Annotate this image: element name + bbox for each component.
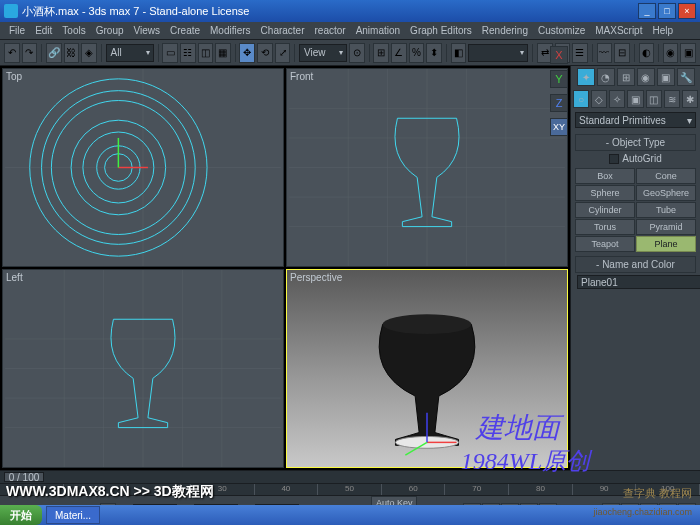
menu-tools[interactable]: Tools bbox=[57, 23, 90, 38]
create-tab[interactable]: ✦ bbox=[577, 68, 595, 86]
curve-editor-button[interactable]: 〰 bbox=[597, 43, 613, 63]
material-editor-button[interactable]: ◐ bbox=[639, 43, 655, 63]
viewport-top[interactable]: Top bbox=[2, 68, 284, 267]
ref-coord-combo[interactable]: View bbox=[299, 44, 347, 62]
spinner-snap-button[interactable]: ⬍ bbox=[426, 43, 442, 63]
viewport-front[interactable]: Front bbox=[286, 68, 568, 267]
spacewarps-button[interactable]: ≋ bbox=[664, 90, 680, 108]
geosphere-button[interactable]: GeoSphere bbox=[636, 185, 696, 201]
menu-maxscript[interactable]: MAXScript bbox=[590, 23, 647, 38]
menu-modifiers[interactable]: Modifiers bbox=[205, 23, 256, 38]
z-axis-button[interactable]: Z bbox=[550, 94, 568, 112]
menu-bar: File Edit Tools Group Views Create Modif… bbox=[0, 22, 700, 40]
render-scene-button[interactable]: ◉ bbox=[663, 43, 679, 63]
watermark-right: 查字典 教程网 bbox=[623, 486, 692, 501]
sphere-button[interactable]: Sphere bbox=[575, 185, 635, 201]
close-button[interactable]: × bbox=[678, 3, 696, 19]
utilities-tab[interactable]: 🔧 bbox=[677, 68, 695, 86]
systems-button[interactable]: ✱ bbox=[682, 90, 698, 108]
watermark-url: WWW.3DMAX8.CN >> 3D教程网 bbox=[6, 483, 214, 501]
menu-customize[interactable]: Customize bbox=[533, 23, 590, 38]
object-type-rollout[interactable]: - Object Type bbox=[575, 134, 696, 151]
svg-point-30 bbox=[383, 314, 472, 334]
link-button[interactable]: 🔗 bbox=[46, 43, 62, 63]
autogrid-label: AutoGrid bbox=[622, 153, 661, 164]
name-color-rollout[interactable]: - Name and Color bbox=[575, 256, 696, 273]
box-button[interactable]: Box bbox=[575, 168, 635, 184]
viewport-label: Front bbox=[290, 71, 313, 82]
watermark-right-small: jiaocheng.chazidian.com bbox=[593, 507, 692, 517]
selection-filter[interactable]: All bbox=[106, 44, 154, 62]
layers-button[interactable]: ☰ bbox=[572, 43, 588, 63]
category-combo[interactable]: Standard Primitives▾ bbox=[575, 112, 696, 128]
menu-help[interactable]: Help bbox=[647, 23, 678, 38]
geometry-button[interactable]: ○ bbox=[573, 90, 589, 108]
maximize-button[interactable]: □ bbox=[658, 3, 676, 19]
angle-snap-button[interactable]: ∠ bbox=[391, 43, 407, 63]
tube-button[interactable]: Tube bbox=[636, 202, 696, 218]
helpers-button[interactable]: ◫ bbox=[646, 90, 662, 108]
teapot-button[interactable]: Teapot bbox=[575, 236, 635, 252]
pyramid-button[interactable]: Pyramid bbox=[636, 219, 696, 235]
select-region-button[interactable]: ◫ bbox=[198, 43, 214, 63]
window-title: 小酒杯.max - 3ds max 7 - Stand-alone Licens… bbox=[22, 4, 638, 19]
menu-rendering[interactable]: Rendering bbox=[477, 23, 533, 38]
percent-snap-button[interactable]: % bbox=[409, 43, 425, 63]
autogrid-checkbox[interactable] bbox=[609, 154, 619, 164]
viewport-label: Left bbox=[6, 272, 23, 283]
quick-render-button[interactable]: ▣ bbox=[680, 43, 696, 63]
minimize-button[interactable]: _ bbox=[638, 3, 656, 19]
frame-indicator[interactable]: 0 / 100 bbox=[4, 472, 44, 482]
menu-edit[interactable]: Edit bbox=[30, 23, 57, 38]
viewport-label: Perspective bbox=[290, 272, 342, 283]
annotation-signature: 1984WL原创 bbox=[461, 445, 590, 477]
select-name-button[interactable]: ☷ bbox=[180, 43, 196, 63]
menu-create[interactable]: Create bbox=[165, 23, 205, 38]
unlink-button[interactable]: ⛓ bbox=[64, 43, 80, 63]
window-crossing-button[interactable]: ▦ bbox=[215, 43, 231, 63]
command-panel: ✦ ◔ ⊞ ◉ ▣ 🔧 ○ ◇ ✧ ▣ ◫ ≋ ✱ Standard Primi… bbox=[570, 66, 700, 470]
menu-graph[interactable]: Graph Editors bbox=[405, 23, 477, 38]
menu-group[interactable]: Group bbox=[91, 23, 129, 38]
select-button[interactable]: ▭ bbox=[162, 43, 178, 63]
redo-button[interactable]: ↷ bbox=[22, 43, 38, 63]
x-axis-button[interactable]: X bbox=[550, 46, 568, 64]
lights-button[interactable]: ✧ bbox=[609, 90, 625, 108]
taskbar-item[interactable]: Materi... bbox=[46, 506, 100, 524]
axis-constraint-toolbar: X Y Z XY bbox=[550, 46, 568, 136]
annotation-text: 建地面 bbox=[476, 409, 560, 447]
named-sel-button[interactable]: ◧ bbox=[451, 43, 467, 63]
menu-animation[interactable]: Animation bbox=[351, 23, 405, 38]
plane-button[interactable]: Plane bbox=[636, 236, 696, 252]
main-toolbar: ↶ ↷ 🔗 ⛓ ◈ All ▭ ☷ ◫ ▦ ✥ ⟲ ⤢ View ⊙ ⊞ ∠ %… bbox=[0, 40, 700, 66]
start-button[interactable]: 开始 bbox=[0, 505, 42, 525]
menu-character[interactable]: Character bbox=[256, 23, 310, 38]
viewport-left[interactable]: Left bbox=[2, 269, 284, 468]
move-button[interactable]: ✥ bbox=[239, 43, 255, 63]
rotate-button[interactable]: ⟲ bbox=[257, 43, 273, 63]
shapes-button[interactable]: ◇ bbox=[591, 90, 607, 108]
display-tab[interactable]: ▣ bbox=[657, 68, 675, 86]
menu-file[interactable]: File bbox=[4, 23, 30, 38]
menu-views[interactable]: Views bbox=[129, 23, 166, 38]
app-icon bbox=[4, 4, 18, 18]
modify-tab[interactable]: ◔ bbox=[597, 68, 615, 86]
y-axis-button[interactable]: Y bbox=[550, 70, 568, 88]
cylinder-button[interactable]: Cylinder bbox=[575, 202, 635, 218]
motion-tab[interactable]: ◉ bbox=[637, 68, 655, 86]
cone-button[interactable]: Cone bbox=[636, 168, 696, 184]
snap-button[interactable]: ⊞ bbox=[373, 43, 389, 63]
hierarchy-tab[interactable]: ⊞ bbox=[617, 68, 635, 86]
named-sel-combo[interactable] bbox=[468, 44, 528, 62]
undo-button[interactable]: ↶ bbox=[4, 43, 20, 63]
viewport-label: Top bbox=[6, 71, 22, 82]
cameras-button[interactable]: ▣ bbox=[627, 90, 643, 108]
bind-button[interactable]: ◈ bbox=[81, 43, 97, 63]
object-name-input[interactable] bbox=[577, 275, 700, 289]
scale-button[interactable]: ⤢ bbox=[275, 43, 291, 63]
xy-plane-button[interactable]: XY bbox=[550, 118, 568, 136]
menu-reactor[interactable]: reactor bbox=[310, 23, 351, 38]
pivot-button[interactable]: ⊙ bbox=[349, 43, 365, 63]
torus-button[interactable]: Torus bbox=[575, 219, 635, 235]
schematic-button[interactable]: ⊟ bbox=[614, 43, 630, 63]
